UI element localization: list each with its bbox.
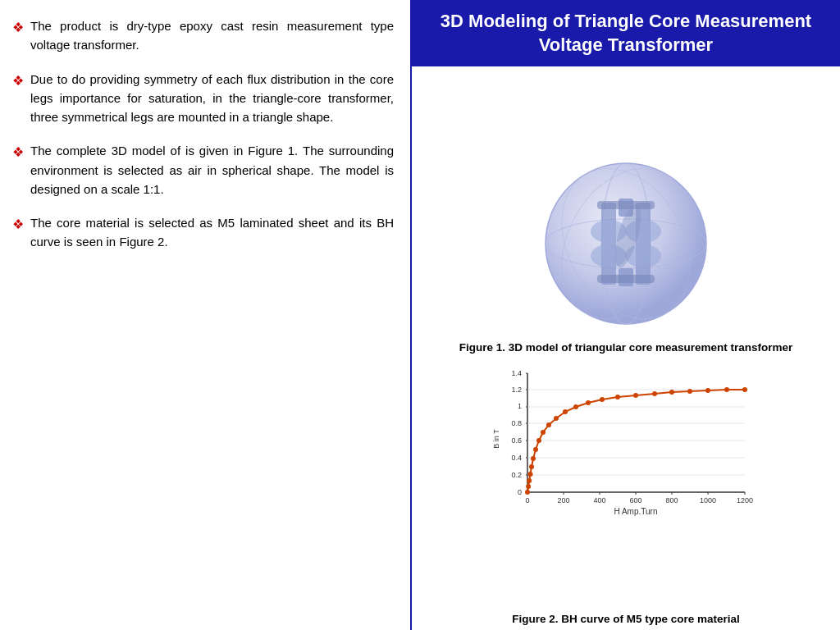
svg-point-62 [533, 447, 538, 452]
svg-text:0.6: 0.6 [511, 436, 522, 445]
svg-text:800: 800 [665, 496, 678, 504]
left-panel: ❖ The product is dry-type epoxy cast res… [0, 0, 410, 630]
svg-text:0.8: 0.8 [511, 419, 522, 427]
bullet-text-1: The product is dry-type epoxy cast resin… [30, 16, 394, 55]
bullet-text-3: The complete 3D model of is given in Fig… [30, 141, 394, 199]
svg-text:B in T: B in T [492, 429, 500, 449]
svg-text:1.4: 1.4 [511, 369, 522, 377]
diamond-icon-3: ❖ [12, 143, 24, 163]
diamond-icon-4: ❖ [12, 215, 24, 235]
svg-text:0: 0 [518, 488, 522, 496]
3d-model-image [532, 153, 720, 334]
figure-1-caption: Figure 1. 3D model of triangular core me… [459, 340, 793, 356]
svg-rect-15 [597, 275, 655, 283]
svg-point-64 [541, 430, 546, 435]
diamond-icon-2: ❖ [12, 71, 24, 92]
svg-text:H Amp.Turn: H Amp.Turn [614, 507, 658, 516]
figure-2-caption: Figure 2. BH curve of M5 type core mater… [412, 608, 840, 630]
svg-text:1: 1 [518, 402, 522, 410]
bullet-text-4: The core material is selected as M5 lami… [30, 213, 394, 252]
svg-text:1200: 1200 [737, 496, 753, 504]
bullet-item-3: ❖ The complete 3D model of is given in F… [12, 141, 394, 199]
svg-point-60 [529, 464, 534, 469]
sphere-svg [532, 153, 720, 334]
bh-chart-svg: 0 0.2 0.4 0.6 0.8 1 1.2 [491, 365, 761, 517]
svg-point-59 [528, 472, 533, 477]
svg-point-68 [573, 404, 578, 409]
svg-point-73 [652, 391, 657, 396]
right-panel: 3D Modeling of Triangle Core Measurement… [410, 0, 840, 630]
svg-text:0.2: 0.2 [511, 471, 522, 479]
svg-point-78 [742, 387, 747, 392]
svg-point-72 [633, 393, 638, 398]
svg-text:0: 0 [525, 496, 529, 504]
svg-point-58 [527, 478, 532, 483]
svg-point-75 [687, 389, 692, 394]
svg-point-56 [525, 490, 530, 495]
bullet-item-2: ❖ Due to do providing symmetry of each f… [12, 70, 394, 127]
svg-point-65 [546, 422, 551, 427]
bh-chart-container: 0 0.2 0.4 0.6 0.8 1 1.2 [486, 361, 765, 521]
svg-text:1.2: 1.2 [511, 386, 522, 394]
svg-point-70 [600, 397, 605, 402]
svg-text:400: 400 [593, 496, 605, 504]
svg-point-61 [531, 456, 536, 461]
svg-point-77 [724, 387, 729, 392]
svg-point-67 [563, 409, 568, 414]
svg-point-76 [705, 388, 710, 393]
svg-point-57 [526, 484, 531, 489]
svg-rect-14 [597, 201, 655, 209]
svg-point-66 [554, 416, 559, 421]
svg-point-71 [615, 395, 620, 399]
page-title: 3D Modeling of Triangle Core Measurement… [412, 0, 840, 66]
svg-rect-6 [601, 203, 616, 285]
svg-text:0.4: 0.4 [511, 454, 522, 462]
svg-text:200: 200 [557, 496, 569, 504]
svg-point-63 [536, 438, 541, 443]
svg-text:600: 600 [629, 496, 641, 504]
svg-text:1000: 1000 [700, 496, 716, 504]
bullet-text-2: Due to do providing symmetry of each flu… [30, 70, 394, 127]
bullet-item-1: ❖ The product is dry-type epoxy cast res… [12, 16, 394, 55]
svg-point-69 [586, 400, 591, 405]
diamond-icon-1: ❖ [12, 18, 24, 39]
svg-point-74 [669, 390, 674, 395]
bullet-item-4: ❖ The core material is selected as M5 la… [12, 213, 394, 252]
figure-area: Figure 1. 3D model of triangular core me… [412, 66, 840, 608]
